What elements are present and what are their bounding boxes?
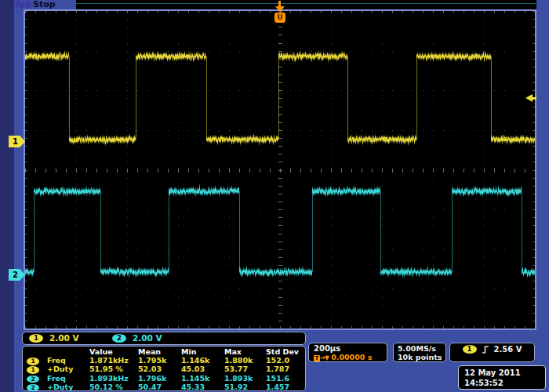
- measurement-stddev: 152.0: [266, 356, 305, 365]
- channel1-badge[interactable]: 1: [29, 334, 43, 343]
- trigger-level-value: 2.56 V: [494, 345, 522, 354]
- measurement-max: 1.893k: [224, 374, 266, 383]
- date-label: 12 May 2011: [464, 368, 545, 378]
- channel2-badge: 2: [27, 376, 39, 383]
- measurement-name: +Duty: [47, 365, 89, 373]
- time-label: 14:53:52: [464, 378, 545, 388]
- datetime-box: 12 May 2011 14:53:52: [458, 365, 546, 390]
- rising-edge-icon: [482, 345, 489, 354]
- col-header-min: Min: [181, 347, 224, 356]
- sample-rate: 5.00MS/s: [398, 344, 445, 353]
- trigger-level-arrow-icon[interactable]: [525, 94, 536, 103]
- waveform-canvas: [25, 11, 535, 328]
- measurement-value: 50.12 %: [89, 383, 138, 391]
- col-header-mean: Mean: [138, 347, 181, 356]
- measurement-name: +Duty: [47, 383, 89, 391]
- trigger-point-icon[interactable]: U: [274, 13, 285, 23]
- measurement-max: 53.77: [224, 365, 266, 373]
- acquisition-settings-box[interactable]: 5.00MS/s 10k points: [393, 343, 446, 362]
- trigger-position-value: 0.00000 s: [331, 353, 372, 361]
- graticule-area: [24, 9, 536, 330]
- channel2-ground-marker[interactable]: 2: [9, 269, 25, 281]
- measurement-table: Value Mean Min Max Std Dev 1 Freq 1.871k…: [22, 346, 306, 391]
- measurement-max: 1.880k: [224, 356, 266, 365]
- channel1-ground-marker[interactable]: 1: [9, 136, 25, 147]
- channel1-badge: 1: [27, 358, 39, 365]
- measurement-stddev: 151.6: [266, 374, 305, 383]
- measurement-value: 1.893kHz: [89, 374, 138, 383]
- channel1-scale[interactable]: 2.00 V: [49, 333, 79, 343]
- channel2-badge: 2: [27, 384, 39, 392]
- trigger-position-marker-icon[interactable]: [274, 0, 286, 13]
- measurement-min: 45.33: [181, 383, 224, 391]
- measurement-max: 51.92: [224, 383, 266, 391]
- measurement-mean: 1.795k: [138, 356, 181, 365]
- channel1-badge: 1: [27, 366, 39, 374]
- measurement-mean: 52.03: [138, 365, 181, 373]
- record-length: 10k points: [398, 353, 445, 361]
- measurement-value: 1.871kHz: [89, 356, 138, 365]
- measurement-min: 1.146k: [181, 356, 224, 365]
- measurement-mean: 1.796k: [138, 374, 181, 383]
- channel2-scale[interactable]: 2.00 V: [133, 333, 162, 343]
- horizontal-settings-box[interactable]: 200µs T→▼ 0.00000 s: [308, 343, 387, 362]
- measurement-mean: 50.47: [138, 383, 181, 391]
- record-bar-line: [76, 3, 536, 4]
- trigger-source-badge: 1: [463, 345, 477, 354]
- col-header-max: Max: [224, 347, 266, 356]
- measurement-stddev: 1.787: [266, 365, 305, 373]
- col-header-value: Value: [89, 347, 138, 356]
- left-bezel-strip: [0, 0, 14, 392]
- measurement-min: 45.03: [181, 365, 224, 373]
- timebase-scale: 200µs: [314, 344, 387, 353]
- trigger-settings-box[interactable]: 1 2.56 V: [449, 343, 535, 362]
- measurement-stddev: 1.457: [266, 383, 305, 391]
- channel2-badge[interactable]: 2: [112, 334, 126, 343]
- measurement-name: Freq: [47, 374, 89, 383]
- trigger-position-arrows-icon: →▼: [320, 354, 329, 361]
- measurement-name: Freq: [47, 356, 89, 365]
- trigger-position-icon: T: [314, 355, 320, 361]
- col-header-stddev: Std Dev: [266, 347, 305, 356]
- acquisition-status-label: Stop: [33, 0, 56, 9]
- oscilloscope-screen: Tek Stop U 1 2 1 2.00 V 2 2.00 V Value M…: [0, 0, 549, 392]
- measurement-value: 51.95 %: [89, 365, 138, 373]
- channel-scale-bar: 1 2.00 V 2 2.00 V: [22, 332, 306, 345]
- measurement-min: 1.145k: [181, 374, 224, 383]
